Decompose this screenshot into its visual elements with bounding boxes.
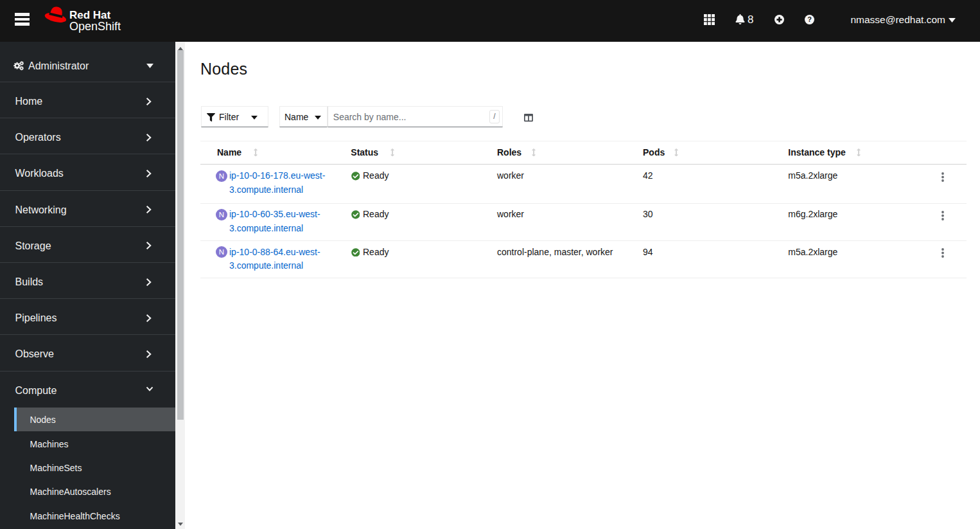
svg-text:?: ?: [807, 15, 812, 23]
